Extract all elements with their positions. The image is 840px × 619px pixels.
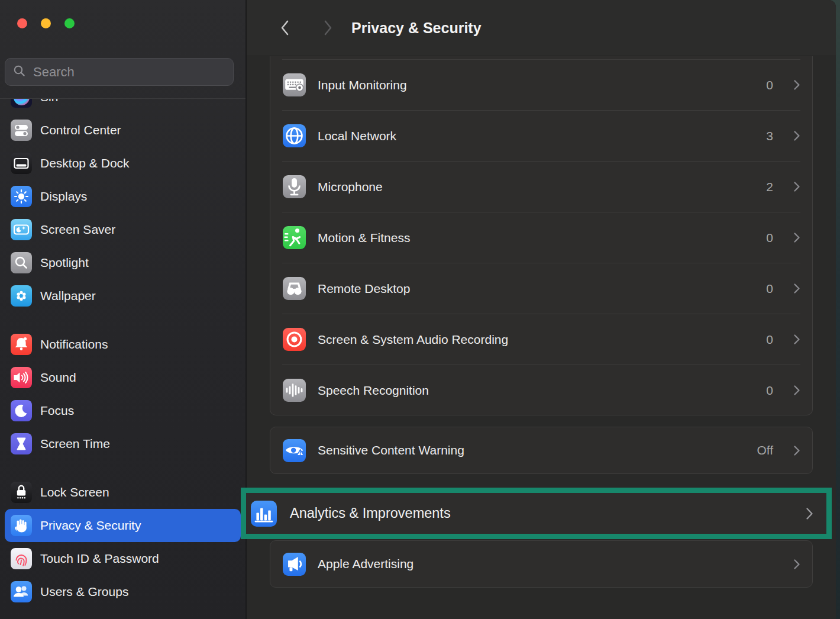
row-input-monitoring[interactable]: Input Monitoring 0 <box>270 60 812 110</box>
wallpaper-icon <box>11 285 32 307</box>
sidebar-item-label: Spotlight <box>40 256 89 270</box>
sidebar-item-label: Displays <box>40 189 87 204</box>
minimize-button[interactable] <box>41 18 51 28</box>
row-apple-advertising[interactable]: Apple Advertising <box>270 541 812 587</box>
row-analytics-improvements[interactable]: Analytics & Improvements <box>246 493 826 534</box>
input-monitoring-icon <box>283 73 306 96</box>
row-label: Screen & System Audio Recording <box>318 333 754 347</box>
close-button[interactable] <box>17 18 27 28</box>
row-count: 2 <box>766 180 773 194</box>
sidebar-item-displays[interactable]: Displays <box>5 180 241 213</box>
sidebar-item-touch-id[interactable]: Touch ID & Password <box>5 542 241 575</box>
row-speech-recognition[interactable]: Speech Recognition 0 <box>270 365 812 415</box>
row-label: Local Network <box>318 129 754 143</box>
chevron-right-icon <box>793 181 800 192</box>
touch-id-icon <box>11 548 32 569</box>
screen-time-icon <box>11 433 32 454</box>
row-label: Sensitive Content Warning <box>318 443 745 457</box>
system-settings-window: Siri Control Center Desktop & Dock Displ… <box>0 0 836 619</box>
sound-icon <box>11 367 32 388</box>
sidebar-item-privacy-security[interactable]: Privacy & Security <box>5 509 241 542</box>
row-sensitive-content-warning[interactable]: Sensitive Content Warning Off <box>270 427 812 473</box>
chevron-right-icon <box>793 385 800 396</box>
sidebar-item-screen-time[interactable]: Screen Time <box>5 427 241 460</box>
row-label: Apple Advertising <box>318 557 781 571</box>
spotlight-icon <box>11 252 32 273</box>
sidebar-item-screen-saver[interactable]: Screen Saver <box>5 213 241 246</box>
desktop-dock-icon <box>11 153 32 174</box>
row-count: 0 <box>766 383 773 398</box>
sidebar-item-label: Users & Groups <box>40 585 128 599</box>
row-label: Remote Desktop <box>318 282 754 296</box>
sidebar-list: Siri Control Center Desktop & Dock Displ… <box>0 98 245 619</box>
chevron-right-icon <box>793 232 800 243</box>
sidebar-item-label: Focus <box>40 404 74 418</box>
sensitive-content-icon <box>283 439 306 462</box>
sidebar-item-spotlight[interactable]: Spotlight <box>5 246 241 279</box>
row-count: 0 <box>766 282 773 296</box>
control-center-icon <box>11 120 32 141</box>
sidebar-item-label: Screen Saver <box>40 223 115 237</box>
detail-header: Privacy & Security <box>247 0 836 56</box>
sidebar-item-lock-screen[interactable]: Lock Screen <box>5 476 241 509</box>
focus-icon <box>11 400 32 421</box>
detail-pane: Privacy & Security Input Monitoring 0 Lo… <box>247 0 836 619</box>
row-label: Input Monitoring <box>318 78 754 92</box>
microphone-icon <box>283 175 306 198</box>
search-box[interactable] <box>5 58 234 86</box>
back-button[interactable] <box>273 15 298 41</box>
apple-advertising-icon <box>283 553 306 576</box>
sidebar-item-notifications[interactable]: Notifications <box>5 328 241 361</box>
sidebar-item-desktop-dock[interactable]: Desktop & Dock <box>5 147 241 180</box>
chevron-right-icon <box>793 445 800 456</box>
sidebar-item-label: Sound <box>40 370 76 385</box>
chevron-right-icon <box>806 507 813 520</box>
chevron-right-icon <box>793 334 800 345</box>
row-label: Analytics & Improvements <box>290 505 793 521</box>
row-count: 3 <box>766 129 773 143</box>
sidebar-item-sound[interactable]: Sound <box>5 361 241 394</box>
desktop-background: Siri Control Center Desktop & Dock Displ… <box>0 0 840 619</box>
analytics-icon <box>251 501 277 527</box>
row-label: Motion & Fitness <box>318 231 754 245</box>
row-local-network[interactable]: Local Network 3 <box>270 111 812 161</box>
notifications-icon <box>11 334 32 355</box>
sidebar-item-control-center[interactable]: Control Center <box>5 114 241 147</box>
speech-recognition-icon <box>283 379 306 402</box>
privacy-permissions-group: Input Monitoring 0 Local Network 3 Micro… <box>270 56 813 415</box>
row-microphone[interactable]: Microphone 2 <box>270 162 812 212</box>
sidebar-section-gap <box>5 312 241 328</box>
row-count: 0 <box>766 333 773 347</box>
privacy-security-icon <box>11 515 32 536</box>
row-screen-system-audio-recording[interactable]: Screen & System Audio Recording 0 <box>270 314 812 365</box>
sidebar-item-siri[interactable]: Siri <box>5 98 241 114</box>
sidebar-item-label: Touch ID & Password <box>40 552 159 566</box>
sidebar-item-focus[interactable]: Focus <box>5 394 241 427</box>
zoom-button[interactable] <box>64 18 75 28</box>
chevron-right-icon <box>793 130 800 141</box>
sidebar-item-label: Siri <box>40 98 58 104</box>
annotation-highlight-box: Analytics & Improvements <box>241 488 832 539</box>
sidebar-section-gap <box>5 460 241 476</box>
sidebar-item-label: Privacy & Security <box>40 518 141 533</box>
row-label: Microphone <box>318 180 754 194</box>
sidebar-item-label: Desktop & Dock <box>40 156 130 170</box>
chevron-right-icon <box>793 283 800 294</box>
users-groups-icon <box>11 581 32 602</box>
row-motion-fitness[interactable]: Motion & Fitness 0 <box>270 212 812 263</box>
row-remote-desktop[interactable]: Remote Desktop 0 <box>270 263 812 314</box>
sensitive-content-group: Sensitive Content Warning Off <box>270 427 813 474</box>
forward-button[interactable] <box>315 15 340 41</box>
displays-icon <box>11 186 32 207</box>
screen-saver-icon <box>11 219 32 240</box>
siri-icon <box>11 98 32 108</box>
sidebar-item-wallpaper[interactable]: Wallpaper <box>5 279 241 312</box>
sidebar-item-label: Wallpaper <box>40 289 96 303</box>
screen-recording-icon <box>283 328 306 351</box>
motion-fitness-icon <box>283 226 306 249</box>
search-input[interactable] <box>32 64 226 80</box>
sidebar-item-label: Lock Screen <box>40 485 109 499</box>
sidebar-item-users-groups[interactable]: Users & Groups <box>5 575 241 608</box>
row-label: Speech Recognition <box>318 383 754 398</box>
sidebar-item-label: Control Center <box>40 123 121 137</box>
